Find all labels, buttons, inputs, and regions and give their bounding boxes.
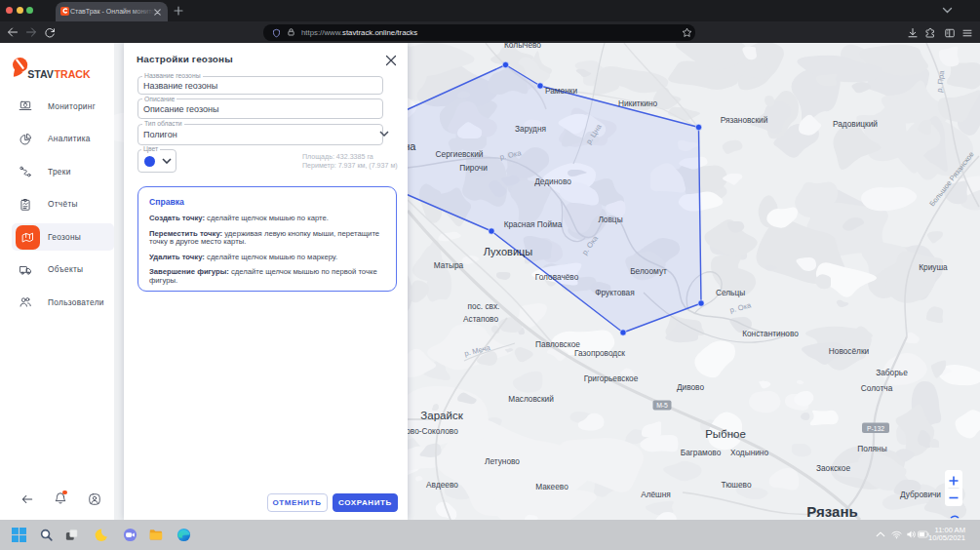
svg-text:М-5: М-5 [656,402,668,409]
svg-text:Астапово: Астапово [463,314,498,324]
svg-text:Заокское: Заокское [816,463,850,473]
svg-text:Заборье: Заборье [876,368,908,377]
svg-text:Тюшево: Тюшево [721,480,752,490]
svg-text:Радовицкий: Радовицкий [833,119,878,129]
svg-text:Дединово: Дединово [534,177,571,186]
svg-text:Газопроводск: Газопроводск [574,348,625,358]
svg-text:Рыбное: Рыбное [705,428,746,440]
svg-text:Сельцы: Сельцы [716,288,745,297]
svg-text:Белоомут: Белоомут [630,266,667,276]
svg-text:STAV: STAV [27,68,54,80]
svg-text:Макеево: Макеево [535,482,568,491]
svg-text:Баграмово: Баграмово [681,448,722,457]
svg-text:Солотча: Солотча [861,383,893,393]
svg-text:Поляны: Поляны [857,444,886,453]
svg-text:Фруктовая: Фруктовая [595,288,634,297]
svg-text:Рязановский: Рязановский [721,115,768,125]
svg-text:Авдеево: Авдеево [426,480,458,490]
svg-text:Пирочи: Пирочи [459,163,488,173]
svg-text:Никиткино: Никиткино [618,98,658,108]
svg-text:Дивово: Дивово [677,382,704,392]
svg-text:Рязань: Рязань [806,503,857,520]
svg-text:Константиново: Константиново [742,329,799,338]
svg-text:Головачёво: Головачёво [535,272,579,282]
svg-text:Масловский: Масловский [508,394,554,404]
svg-text:Григорьевское: Григорьевское [584,373,639,383]
svg-text:Новосёлки: Новосёлки [829,346,870,356]
svg-text:пос. свх.: пос. свх. [468,301,500,311]
svg-text:Ловцы: Ловцы [598,215,622,224]
svg-text:Зарайск: Зарайск [420,410,463,421]
svg-text:Алёшня: Алёшня [641,490,671,499]
svg-text:Колычево: Колычево [504,43,541,50]
svg-text:Раменки: Раменки [545,86,577,96]
svg-text:Зарудня: Зарудня [515,124,546,134]
svg-text:Ново-Соколово: Ново-Соколово [400,426,458,436]
svg-text:Криуша: Криуша [919,262,948,272]
svg-text:Матыра: Матыра [434,260,464,270]
svg-text:Сергиевский: Сергиевский [436,149,484,159]
svg-text:Ходынино: Ходынино [730,448,768,457]
svg-text:Р-132: Р-132 [867,425,884,432]
svg-text:TRACK: TRACK [55,68,91,80]
svg-text:Дубровичи: Дубровичи [900,490,941,499]
svg-text:Красная Пойма: Красная Пойма [504,219,563,229]
svg-text:Летуново: Летуново [485,456,520,466]
svg-text:Павловское: Павловское [535,339,580,349]
svg-text:Луховицы: Луховицы [484,246,533,257]
